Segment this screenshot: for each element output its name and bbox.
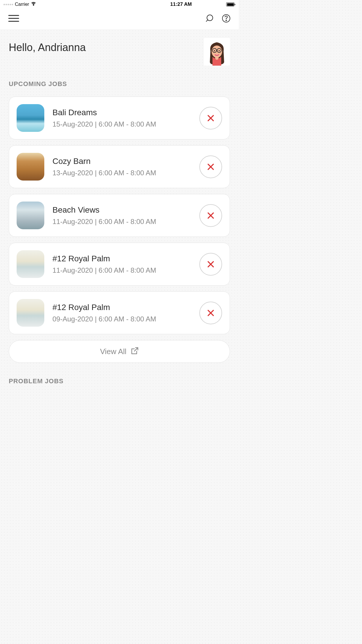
job-meta: 11-Aug-2020 | 6:00 AM - 8:00 AM — [52, 266, 191, 274]
svg-line-25 — [134, 348, 138, 351]
search-icon[interactable] — [205, 14, 214, 24]
battery-icon — [226, 2, 235, 6]
delete-button[interactable] — [199, 302, 222, 324]
status-left: Carrier — [3, 1, 36, 8]
job-title: Bali Dreams — [52, 108, 191, 117]
job-card[interactable]: #12 Royal Palm 11-Aug-2020 | 6:00 AM - 8… — [9, 243, 230, 286]
next-section: PROBLEM JOBS — [9, 377, 230, 385]
svg-line-5 — [206, 20, 208, 22]
greeting-text: Hello, Andrianna — [9, 41, 86, 54]
job-meta: 09-Aug-2020 | 6:00 AM - 8:00 AM — [52, 315, 191, 323]
delete-button[interactable] — [199, 204, 222, 227]
svg-point-0 — [33, 5, 34, 5]
job-info: Bali Dreams 15-Aug-2020 | 6:00 AM - 8:00… — [52, 108, 191, 128]
view-all-label: View All — [100, 347, 126, 356]
status-time: 11:27 AM — [170, 1, 192, 7]
job-title: #12 Royal Palm — [52, 303, 191, 312]
help-icon[interactable] — [222, 14, 231, 24]
carrier-label: Carrier — [15, 2, 29, 7]
svg-point-7 — [226, 20, 226, 21]
problem-jobs-title: PROBLEM JOBS — [9, 377, 230, 385]
content: Hello, Andrianna UPCOMING JOBS Bali Drea… — [0, 29, 239, 402]
job-card[interactable]: Bali Dreams 15-Aug-2020 | 6:00 AM - 8:00… — [9, 97, 230, 139]
job-info: #12 Royal Palm 11-Aug-2020 | 6:00 AM - 8… — [52, 254, 191, 274]
job-meta: 11-Aug-2020 | 6:00 AM - 8:00 AM — [52, 218, 191, 226]
job-info: Beach Views 11-Aug-2020 | 6:00 AM - 8:00… — [52, 205, 191, 226]
svg-point-13 — [219, 50, 220, 51]
delete-button[interactable] — [199, 107, 222, 130]
upcoming-jobs-title: UPCOMING JOBS — [9, 80, 230, 88]
job-thumbnail — [17, 202, 44, 229]
view-all-button[interactable]: View All — [9, 340, 230, 363]
external-link-icon — [131, 347, 139, 356]
delete-button[interactable] — [199, 155, 222, 178]
greeting-row: Hello, Andrianna — [9, 38, 230, 66]
status-bar: Carrier 11:27 AM — [0, 0, 239, 9]
job-thumbnail — [17, 104, 44, 132]
job-meta: 13-Aug-2020 | 6:00 AM - 8:00 AM — [52, 169, 191, 177]
nav-right — [205, 14, 231, 24]
job-card[interactable]: Beach Views 11-Aug-2020 | 6:00 AM - 8:00… — [9, 194, 230, 237]
wifi-icon — [31, 1, 36, 8]
job-thumbnail — [17, 250, 44, 278]
signal-dots-icon — [3, 4, 13, 5]
job-card[interactable]: Cozy Barn 13-Aug-2020 | 6:00 AM - 8:00 A… — [9, 145, 230, 188]
job-title: #12 Royal Palm — [52, 254, 191, 263]
job-card[interactable]: #12 Royal Palm 09-Aug-2020 | 6:00 AM - 8… — [9, 291, 230, 334]
svg-point-14 — [215, 56, 219, 60]
job-thumbnail — [17, 153, 44, 181]
avatar[interactable] — [204, 38, 230, 66]
menu-icon[interactable] — [8, 14, 19, 24]
nav-bar — [0, 9, 239, 29]
job-thumbnail — [17, 299, 44, 327]
job-info: #12 Royal Palm 09-Aug-2020 | 6:00 AM - 8… — [52, 303, 191, 323]
svg-point-12 — [214, 50, 215, 51]
delete-button[interactable] — [199, 253, 222, 276]
jobs-list: Bali Dreams 15-Aug-2020 | 6:00 AM - 8:00… — [9, 97, 230, 334]
job-title: Cozy Barn — [52, 157, 191, 166]
job-info: Cozy Barn 13-Aug-2020 | 6:00 AM - 8:00 A… — [52, 157, 191, 177]
job-title: Beach Views — [52, 205, 191, 215]
job-meta: 15-Aug-2020 | 6:00 AM - 8:00 AM — [52, 120, 191, 128]
